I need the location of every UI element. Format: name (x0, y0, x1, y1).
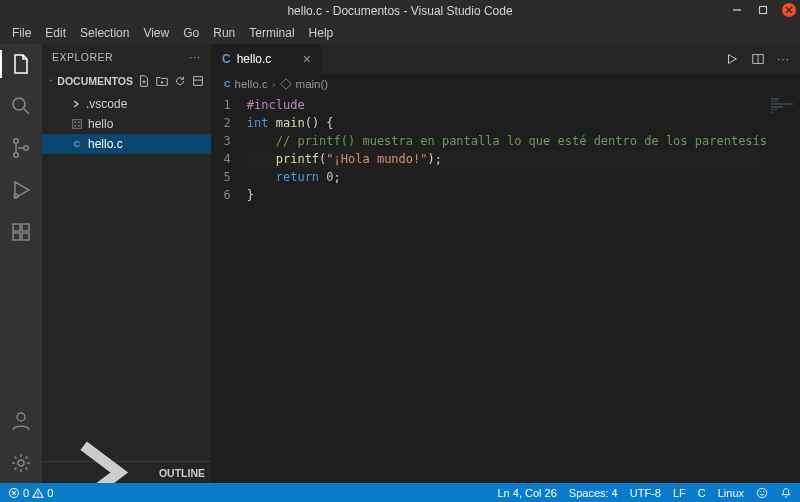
svg-point-21 (757, 488, 766, 497)
svg-rect-14 (78, 121, 80, 123)
tree-item-label: hello.c (88, 137, 123, 151)
extensions-icon[interactable] (9, 220, 33, 244)
code-content[interactable]: #include int main() { // printf() muestr… (241, 94, 767, 483)
gear-icon[interactable] (9, 451, 33, 475)
svg-point-20 (38, 495, 39, 496)
debug-icon[interactable] (9, 178, 33, 202)
svg-rect-12 (73, 120, 82, 129)
tree-item-label: .vscode (86, 97, 127, 111)
menu-file[interactable]: File (6, 24, 37, 42)
window-maximize-button[interactable] (756, 3, 770, 17)
c-file-icon: C (224, 79, 231, 89)
c-file-icon: C (70, 137, 84, 151)
status-error-count: 0 (23, 487, 29, 499)
workspace-folder-header[interactable]: DOCUMENTOS (42, 70, 211, 92)
menu-view[interactable]: View (137, 24, 175, 42)
breadcrumb-symbol[interactable]: main() (296, 78, 329, 90)
status-problems[interactable]: 0 0 (8, 487, 53, 499)
menu-edit[interactable]: Edit (39, 24, 72, 42)
status-feedback-icon[interactable] (756, 487, 768, 499)
svg-rect-18 (280, 79, 291, 90)
svg-point-11 (18, 460, 24, 466)
workspace-folder-name: DOCUMENTOS (57, 75, 133, 87)
svg-rect-7 (22, 224, 29, 231)
editor-more-icon[interactable]: ··· (777, 52, 790, 66)
c-file-icon: C (222, 52, 231, 66)
status-eol[interactable]: LF (673, 487, 686, 499)
menu-go[interactable]: Go (177, 24, 205, 42)
status-language[interactable]: C (698, 487, 706, 499)
svg-rect-0 (760, 7, 767, 14)
editor-tab[interactable]: C hello.c × (212, 44, 322, 74)
files-icon[interactable] (9, 52, 33, 76)
breadcrumb-file[interactable]: hello.c (235, 78, 268, 90)
status-line-col[interactable]: Ln 4, Col 26 (497, 487, 556, 499)
svg-point-4 (24, 146, 29, 151)
scm-icon[interactable] (9, 136, 33, 160)
window-titlebar: hello.c - Documentos - Visual Studio Cod… (0, 0, 800, 22)
binary-file-icon (70, 117, 84, 131)
editor-tab-label: hello.c (237, 52, 272, 66)
line-number-gutter: 123456 (212, 94, 241, 483)
svg-rect-13 (74, 121, 76, 123)
symbol-method-icon (280, 78, 292, 90)
svg-point-2 (14, 139, 19, 144)
code-editor[interactable]: 123456 #include int main() { // printf()… (212, 94, 800, 483)
chevron-right-icon: › (272, 78, 276, 90)
close-tab-icon[interactable]: × (303, 51, 311, 67)
collapse-icon[interactable] (191, 74, 205, 88)
svg-rect-16 (78, 125, 80, 127)
svg-rect-8 (13, 233, 20, 240)
menu-run[interactable]: Run (207, 24, 241, 42)
search-icon[interactable] (9, 94, 33, 118)
status-bar: 0 0 Ln 4, Col 26 Spaces: 4 UTF-8 LF C Li… (0, 483, 800, 502)
tree-item-label: hello (88, 117, 113, 131)
explorer-title: EXPLORER (52, 51, 113, 63)
activity-bar (0, 44, 42, 483)
menu-help[interactable]: Help (303, 24, 340, 42)
status-indent[interactable]: Spaces: 4 (569, 487, 618, 499)
menu-selection[interactable]: Selection (74, 24, 135, 42)
svg-point-1 (13, 98, 25, 110)
explorer-sidebar: EXPLORER ··· DOCUMENTOS .vscodehelloChel… (42, 44, 212, 483)
svg-point-10 (17, 413, 25, 421)
tree-file[interactable]: hello (42, 114, 211, 134)
account-icon[interactable] (9, 409, 33, 433)
tree-file[interactable]: Chello.c (42, 134, 211, 154)
menu-bar: FileEditSelectionViewGoRunTerminalHelp (0, 22, 800, 44)
status-warning-count: 0 (47, 487, 53, 499)
editor-tab-bar: C hello.c × ··· (212, 44, 800, 74)
tree-folder[interactable]: .vscode (42, 94, 211, 114)
minimap[interactable] (767, 94, 800, 483)
split-editor-icon[interactable] (751, 52, 765, 66)
menu-terminal[interactable]: Terminal (243, 24, 300, 42)
outline-section-header[interactable]: OUTLINE (42, 461, 211, 483)
svg-rect-15 (74, 125, 76, 127)
run-icon[interactable] (725, 52, 739, 66)
svg-rect-9 (22, 233, 29, 240)
new-file-icon[interactable] (137, 74, 151, 88)
window-close-button[interactable] (782, 3, 796, 17)
breadcrumbs[interactable]: C hello.c › main() (212, 74, 800, 94)
explorer-more-icon[interactable]: ··· (189, 51, 201, 63)
svg-point-5 (14, 194, 18, 198)
status-os[interactable]: Linux (718, 487, 744, 499)
svg-point-22 (760, 491, 761, 492)
window-minimize-button[interactable] (730, 3, 744, 17)
svg-point-23 (763, 491, 764, 492)
refresh-icon[interactable] (173, 74, 187, 88)
window-title: hello.c - Documentos - Visual Studio Cod… (287, 4, 512, 18)
status-encoding[interactable]: UTF-8 (630, 487, 661, 499)
new-folder-icon[interactable] (155, 74, 169, 88)
svg-point-3 (14, 153, 19, 158)
status-notifications-icon[interactable] (780, 487, 792, 499)
editor-group: C hello.c × ··· C hello.c › main() 12345… (212, 44, 800, 483)
svg-rect-6 (13, 224, 20, 231)
outline-title: OUTLINE (159, 467, 205, 479)
